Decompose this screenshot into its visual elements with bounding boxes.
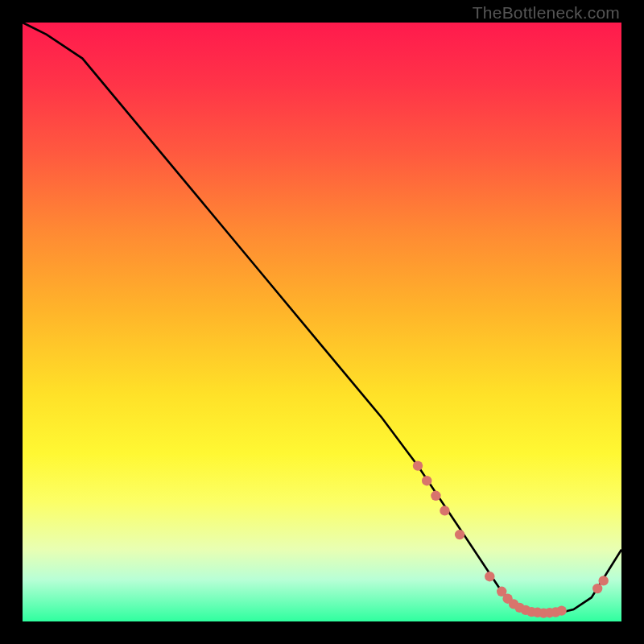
curve-marker <box>599 576 609 585</box>
watermark-label: TheBottleneck.com <box>473 3 620 23</box>
curve-marker <box>440 506 449 515</box>
curve-marker <box>422 476 431 485</box>
curve-markers <box>413 460 609 617</box>
curve-overlay <box>23 23 621 621</box>
curve-marker <box>592 584 602 593</box>
curve-marker <box>413 460 423 470</box>
curve-marker <box>431 491 440 501</box>
curve-marker <box>556 605 566 615</box>
chart-frame: TheBottleneck.com <box>0 0 644 644</box>
bottleneck-curve <box>23 23 621 613</box>
curve-marker <box>485 572 494 581</box>
curve-marker <box>455 530 464 539</box>
